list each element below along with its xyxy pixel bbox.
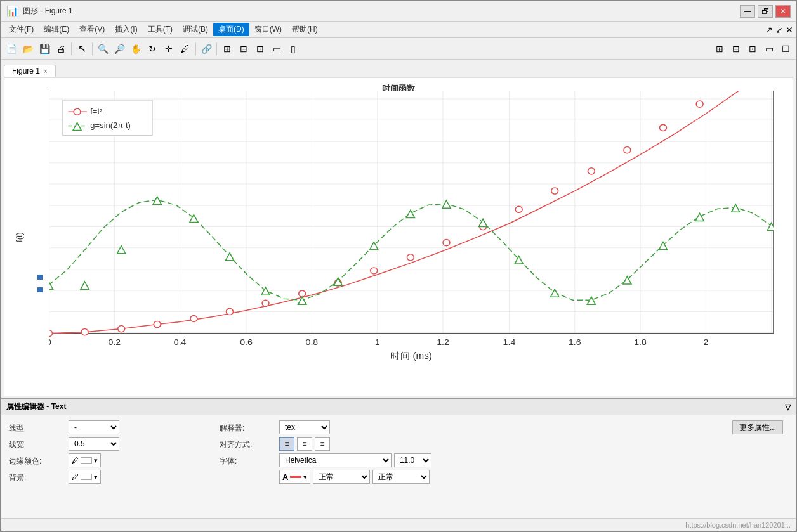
align-label: 对齐方式: bbox=[220, 438, 277, 450]
svg-point-92 bbox=[74, 108, 81, 115]
fontstyle1-select[interactable]: 正常 粗体 斜体 bbox=[313, 470, 370, 484]
menu-bar: 文件(F) 编辑(E) 查看(V) 插入(I) 工具(T) 调试(B) 桌面(D… bbox=[1, 22, 796, 38]
toolbar-layout1[interactable]: ⊞ bbox=[712, 41, 727, 56]
toolbar-pan[interactable]: ✋ bbox=[128, 41, 143, 56]
toolbar-grid5[interactable]: ▯ bbox=[286, 41, 301, 56]
toolbar-grid2[interactable]: ⊟ bbox=[236, 41, 251, 56]
svg-point-26 bbox=[49, 330, 52, 337]
annotation-square-2[interactable] bbox=[37, 287, 43, 292]
textcolor-button[interactable]: A ▾ bbox=[279, 470, 310, 484]
toolbar-select[interactable]: ↖ bbox=[74, 41, 89, 56]
menu-debug[interactable]: 调试(B) bbox=[178, 23, 213, 36]
textcolor-dropdown[interactable]: ▾ bbox=[303, 473, 307, 481]
svg-text:时间 (ms): 时间 (ms) bbox=[390, 351, 432, 360]
close-button[interactable]: ✕ bbox=[775, 5, 791, 18]
window-controls: — 🗗 ✕ bbox=[740, 5, 791, 18]
toolbar-zoomout[interactable]: 🔎 bbox=[112, 41, 127, 56]
edgecolor-button[interactable]: 🖊 ▾ bbox=[69, 453, 101, 467]
toolbar: 📄 📂 💾 🖨 ↖ 🔍 🔎 ✋ ↻ ✛ 🖊 🔗 ⊞ ⊟ ⊡ ▭ ▯ ⊞ ⊟ ⊡ … bbox=[1, 38, 796, 60]
toolbar-grid3[interactable]: ⊡ bbox=[253, 41, 268, 56]
toolbar-grid4[interactable]: ▭ bbox=[269, 41, 284, 56]
toolbar-new[interactable]: 📄 bbox=[4, 41, 19, 56]
svg-text:1: 1 bbox=[375, 337, 380, 346]
background-button[interactable]: 🖊 ▾ bbox=[69, 470, 101, 484]
dock-icon3[interactable]: ✕ bbox=[786, 25, 793, 35]
menu-tools[interactable]: 工具(T) bbox=[143, 23, 178, 36]
window-title: 图形 - Figure 1 bbox=[23, 6, 740, 16]
tab-close-button[interactable]: × bbox=[44, 68, 48, 75]
tab-bar: Figure 1 × bbox=[1, 60, 796, 77]
restore-button[interactable]: 🗗 bbox=[758, 5, 773, 18]
interpreter-select[interactable]: tex latex none bbox=[279, 420, 330, 434]
more-properties-button[interactable]: 更多属性... bbox=[732, 420, 783, 434]
bottom-bar: https://blog.csdn.net/han120201... bbox=[1, 518, 796, 531]
linewidth-label: 线宽 bbox=[9, 438, 66, 450]
toolbar-layout4[interactable]: ▭ bbox=[761, 41, 777, 56]
align-control: ≡ ≡ ≡ bbox=[279, 437, 431, 451]
edgecolor-label: 边缘颜色: bbox=[9, 455, 66, 467]
toolbar-open[interactable]: 📂 bbox=[20, 41, 36, 56]
toolbar-datacursor[interactable]: ✛ bbox=[161, 41, 176, 56]
menu-file[interactable]: 文件(F) bbox=[4, 23, 39, 36]
edgecolor-swatch bbox=[81, 457, 92, 464]
toolbar-layout3[interactable]: ⊡ bbox=[745, 41, 760, 56]
font-select[interactable]: Helvetica Arial Times New Roman bbox=[279, 453, 392, 467]
text-color-icon: A bbox=[282, 472, 288, 482]
title-bar: 📊 图形 - Figure 1 — 🗗 ✕ bbox=[1, 1, 796, 22]
tab-figure1[interactable]: Figure 1 × bbox=[4, 65, 56, 77]
svg-text:0.6: 0.6 bbox=[240, 337, 253, 346]
toolbar-brush[interactable]: 🖊 bbox=[178, 41, 193, 56]
svg-point-36 bbox=[407, 254, 414, 261]
edgecolor-dropdown[interactable]: ▾ bbox=[94, 457, 98, 465]
toolbar-zoomin[interactable]: 🔍 bbox=[95, 41, 110, 56]
toolbar-save[interactable]: 💾 bbox=[37, 41, 52, 56]
edgecolor-control: 🖊 ▾ bbox=[69, 453, 195, 467]
align-center-button[interactable]: ≡ bbox=[297, 437, 312, 451]
svg-text:0: 0 bbox=[49, 337, 51, 346]
menu-edit[interactable]: 编辑(E) bbox=[39, 23, 74, 36]
menu-view[interactable]: 查看(V) bbox=[74, 23, 110, 36]
dock-icon2[interactable]: ↙ bbox=[775, 25, 783, 35]
minimize-button[interactable]: — bbox=[740, 5, 755, 18]
toolbar-layout5[interactable]: ☐ bbox=[778, 41, 793, 56]
svg-text:1.8: 1.8 bbox=[634, 337, 647, 346]
background-dropdown[interactable]: ▾ bbox=[94, 473, 98, 481]
menu-insert[interactable]: 插入(I) bbox=[110, 23, 142, 36]
svg-point-32 bbox=[262, 300, 269, 306]
property-editor: 属性编辑器 - Text ▽ 线型 - -- : -. none 解释器: bbox=[1, 398, 796, 518]
watermark: https://blog.csdn.net/han120201... bbox=[685, 521, 791, 529]
toolbar-grid1[interactable]: ⊞ bbox=[220, 41, 235, 56]
svg-point-43 bbox=[660, 124, 667, 131]
toolbar-print[interactable]: 🖨 bbox=[53, 41, 69, 56]
menu-help[interactable]: 帮助(H) bbox=[287, 23, 323, 36]
linewidth-select[interactable]: 0.5 1.0 1.5 2.0 bbox=[69, 437, 119, 451]
align-right-button[interactable]: ≡ bbox=[315, 437, 330, 451]
toolbar-sep1 bbox=[71, 42, 72, 55]
annotation-square-1[interactable] bbox=[37, 275, 43, 280]
fontstyle2-select[interactable]: 正常 斜体 bbox=[372, 470, 430, 484]
svg-point-40 bbox=[551, 188, 558, 194]
toolbar-sep2 bbox=[92, 42, 93, 55]
paint-icon: 🖊 bbox=[72, 457, 79, 464]
svg-point-27 bbox=[81, 329, 88, 335]
svg-text:1.2: 1.2 bbox=[437, 337, 449, 346]
svg-point-42 bbox=[624, 147, 631, 153]
menu-desktop[interactable]: 桌面(D) bbox=[213, 23, 249, 36]
toolbar-link[interactable]: 🔗 bbox=[199, 41, 214, 56]
toolbar-sep4 bbox=[216, 42, 217, 55]
svg-point-28 bbox=[118, 326, 125, 332]
chart-area: 时间函数 bbox=[4, 78, 793, 396]
linestyle-select[interactable]: - -- : -. none bbox=[69, 420, 119, 434]
toolbar-layout2[interactable]: ⊟ bbox=[728, 41, 744, 56]
prop-editor-title: 属性编辑器 - Text bbox=[6, 401, 66, 412]
toolbar-rotate[interactable]: ↻ bbox=[145, 41, 160, 56]
window-frame: 📊 图形 - Figure 1 — 🗗 ✕ 文件(F) 编辑(E) 查看(V) … bbox=[0, 0, 797, 532]
prop-editor-header: 属性编辑器 - Text ▽ bbox=[1, 399, 796, 415]
prop-editor-collapse[interactable]: ▽ bbox=[785, 403, 791, 412]
dock-icon1[interactable]: ↗ bbox=[765, 25, 773, 35]
fontsize-select[interactable]: 11.0 10.0 12.0 bbox=[394, 453, 431, 467]
menu-window[interactable]: 窗口(W) bbox=[249, 23, 287, 36]
align-left-button[interactable]: ≡ bbox=[279, 437, 294, 451]
background-control: 🖊 ▾ bbox=[69, 470, 195, 484]
svg-text:1.6: 1.6 bbox=[569, 337, 581, 346]
